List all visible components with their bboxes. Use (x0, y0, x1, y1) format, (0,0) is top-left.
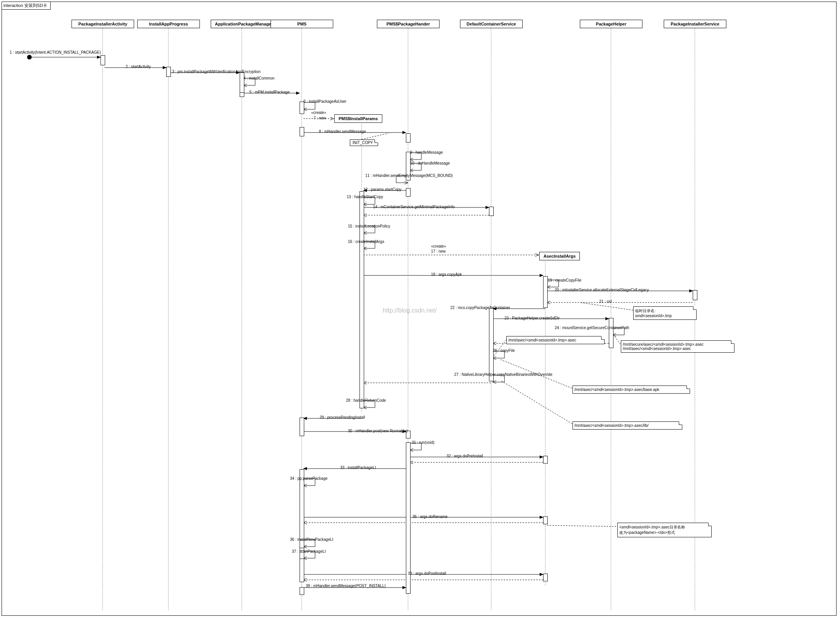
lifeline-pph: PMS$PackageHander (377, 20, 440, 28)
lifeline-ph: PackageHelper (580, 20, 642, 28)
message-label: 39 : mHandler.sendMessage(POST_INSTALL) (306, 584, 386, 588)
message-label: 6 : installPackageAsUser (303, 99, 346, 104)
activation (300, 127, 304, 136)
activation (543, 456, 548, 464)
start-label: 1 : startActivity(Intent.ACTION_INSTALL_… (10, 50, 101, 54)
message-label: 2 : startActivity (126, 65, 151, 69)
message-label: 34 : pp.parsePackage (290, 476, 327, 481)
message-label: 8 : mHandler.sendMessage (319, 129, 366, 134)
message-label: 32 : args.doPreInstall (446, 454, 483, 458)
activation (406, 188, 411, 197)
message-label: 5 : mPM.installPackage (249, 90, 290, 94)
message-label: 22 : mcs.copyPackageToContainer (450, 306, 510, 310)
message-label: 21 : cid (599, 299, 612, 304)
lifeline-pia: PackageInstallerActivity (72, 20, 134, 28)
message-label: 37 : scanPackageLI (292, 549, 326, 554)
diagram-title: interaction 安装到SD卡 (2, 2, 51, 10)
activation (300, 418, 304, 436)
diagram-frame: interaction 安装到SD卡 http://blog.csdn.net/… (2, 2, 837, 616)
object-pip: PMS$InstallParams (334, 114, 382, 123)
message-label: 11 : mHandler.sendEmptyMessage(MCS_BOUND… (365, 173, 453, 178)
message-label: 9 : handleMessage (410, 150, 443, 155)
svg-line-32 (501, 380, 572, 424)
note: /mnt/asec/<smdl<sessionId>.tmp>.asec/lib… (572, 421, 682, 430)
activation (543, 516, 548, 524)
canvas: http://blog.csdn.net/ PackageInstallerAc… (2, 10, 836, 615)
message-label: 4 : installCommon (244, 76, 274, 80)
message-label: 20 : mInstallerService.allocateExternalS… (555, 288, 649, 292)
object-aia: AsecInstallArgs (539, 252, 580, 260)
lifeline-line-apm (242, 28, 242, 610)
svg-line-33 (361, 133, 388, 139)
activation (300, 587, 304, 595)
message-note: INIT_COPY (350, 139, 378, 146)
activation (543, 574, 548, 581)
message-label: 10 : doHandleMessage (410, 161, 450, 165)
svg-line-30 (613, 335, 620, 344)
message-label: 23 : PackageHelper.createSdDir (504, 316, 560, 320)
activation (489, 207, 494, 216)
message-label: 28 : handleReturnCode (346, 398, 386, 403)
message-label: 13 : handleStartCopy (347, 195, 383, 199)
activation (300, 469, 304, 582)
message-label: 7 : new (314, 116, 326, 120)
message-label: 3 : pm.installPackageWithVerificationAnd… (172, 70, 261, 74)
message-label: 30 : mHandler.post(new Runnable) (348, 429, 408, 433)
message-label: 14 : mContainerService.getMinimalPackage… (373, 205, 455, 209)
message-label: 18 : args.copyApk (431, 272, 462, 277)
lifeline-iap: InstallAppProgress (137, 20, 200, 28)
activation (693, 290, 697, 300)
activation (166, 67, 171, 77)
message-label: 29 : processPendingInstall (320, 415, 365, 420)
message-label: 24 : mountService.getSecureContainerPath (555, 326, 629, 330)
message-label: «create» (431, 244, 446, 248)
activation (101, 55, 105, 65)
start-node (27, 55, 32, 59)
message-label: 36 : installNewPackageLI (290, 537, 333, 542)
message-label: 26 : copyFile (493, 348, 515, 353)
message-label: 35 : args.doRename (412, 515, 448, 519)
lifeline-line-pia (102, 28, 103, 610)
lifeline-dcs: DefaultContainerService (460, 20, 523, 28)
svg-line-13 (580, 302, 633, 310)
activation (543, 276, 548, 308)
svg-line-25 (547, 525, 617, 527)
message-label: 33 : installPackageLI (340, 465, 376, 470)
note: <smdl<sessionId>.tmp>.asec目录名称改为<package… (617, 523, 712, 537)
note: /mnt/asec/<smdl<sessionld>.tmp>.asec (506, 336, 605, 344)
lifeline-pms: PMS (271, 20, 333, 28)
note: /mnt/secure/asec/<smdl<sessionId>.tmp>.a… (621, 340, 734, 353)
message-label: 16 : createInstallArgs (348, 240, 384, 244)
activation (240, 72, 244, 95)
note: /mnt/asec/<smdl<sessionId>.tmp>.asec/bas… (572, 386, 690, 394)
message-label: 27 : NativeLibraryHelper.copyNativeBinar… (454, 372, 552, 377)
activation (240, 92, 244, 97)
message-label: «create» (311, 110, 326, 115)
lifeline-apm: ApplicationPackageManager (211, 20, 273, 28)
note: 临时目录名:smdl<sessionId>.tmp (633, 306, 697, 320)
message-label: 17 : new (431, 249, 446, 253)
activation (489, 308, 494, 381)
watermark: http://blog.csdn.net/ (383, 307, 437, 314)
message-label: 38 : args.doPostInstall (408, 571, 446, 576)
lifeline-pis: PackageInstallerService (664, 20, 726, 28)
message-label: 12 : params.startCopy (363, 187, 401, 192)
activation (609, 318, 613, 348)
message-label: 15 : installLocationPolicy (348, 224, 390, 228)
lifeline-line-iap (168, 28, 169, 610)
message-label: 19 : createCopyFile (548, 278, 581, 282)
activation (406, 133, 411, 143)
message-label: 31 : run(void) (412, 440, 434, 445)
